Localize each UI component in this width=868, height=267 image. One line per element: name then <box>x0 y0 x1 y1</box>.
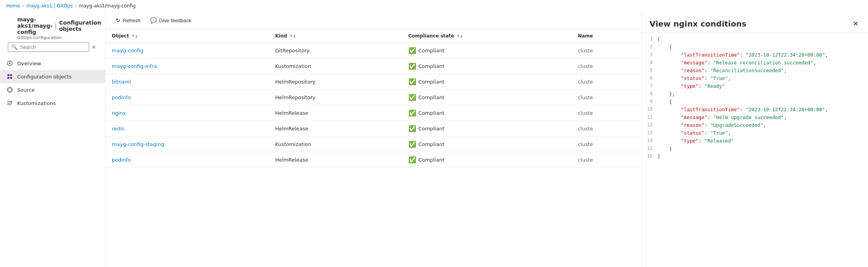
compliant-icon: ✅ <box>408 109 416 117</box>
compliant-icon: ✅ <box>408 47 416 54</box>
sidebar-item-source[interactable]: Source <box>0 83 105 96</box>
code-line: 9 { <box>642 99 868 107</box>
code-line: 10 "lastTransitionTime": "2023-10-12T22:… <box>642 107 868 114</box>
cell-name: cluste <box>571 59 641 74</box>
line-content: } <box>657 146 868 153</box>
col-object[interactable]: Object ↑↓ <box>106 29 269 43</box>
table-row: mayg-config-infra Kustomization ✅ Compli… <box>106 59 641 74</box>
object-link[interactable]: podinfo <box>112 94 131 100</box>
code-line: 4 "message": "Release reconciliation suc… <box>642 60 868 68</box>
compliant-icon: ✅ <box>408 141 416 148</box>
compliance-label: Compliant <box>419 79 444 85</box>
cell-object: podinfo <box>106 90 269 105</box>
breadcrumb: Home › mayg-aks1 | GitOps › mayg-aks1/ma… <box>0 0 868 12</box>
col-name[interactable]: Name <box>571 29 641 43</box>
object-link[interactable]: podinfo <box>112 157 131 163</box>
line-content: "type": "Released" <box>657 138 868 146</box>
search-icon: 🔍 <box>11 44 18 50</box>
config-icon <box>6 73 13 80</box>
cell-kind: Kustomization <box>269 59 402 74</box>
cell-name: cluste <box>571 121 641 137</box>
refresh-button[interactable]: ↻ Refresh <box>112 15 145 26</box>
search-box[interactable]: 🔍 <box>8 42 89 52</box>
line-content: "status": "True", <box>657 130 868 138</box>
search-input[interactable] <box>20 44 86 50</box>
cell-name: cluste <box>571 137 641 152</box>
sidebar-item-config-objects[interactable]: Configuration objects <box>0 70 105 83</box>
code-line: 12 "reason": "UpgradeSucceeded", <box>642 122 868 130</box>
code-line: 14 "type": "Released" <box>642 138 868 146</box>
cell-object: bitnami <box>106 74 269 90</box>
overview-icon <box>6 60 13 67</box>
feedback-button[interactable]: 💬 Give feedback <box>146 15 195 26</box>
line-number: 10 <box>642 107 657 114</box>
sidebar-item-kustomizations[interactable]: Kustomizations <box>0 96 105 110</box>
breadcrumb-current: mayg-aks1/mayg-config <box>79 3 136 9</box>
code-line: 7 "type": "Ready" <box>642 83 868 91</box>
line-number: 13 <box>642 130 657 138</box>
line-number: 8 <box>642 91 657 99</box>
col-compliance[interactable]: Compliance state ↑↓ <box>402 29 572 43</box>
line-number: 15 <box>642 146 657 153</box>
compliance-label: Compliant <box>419 63 444 69</box>
compliant-icon: ✅ <box>408 125 416 132</box>
cell-name: cluste <box>571 43 641 59</box>
code-area[interactable]: 1[2 {3 "lastTransitionTime": "2023-10-12… <box>642 33 868 267</box>
object-link[interactable]: mayg-config-infra <box>112 63 157 69</box>
line-content: [ <box>657 36 868 44</box>
breadcrumb-home[interactable]: Home <box>6 3 20 9</box>
line-number: 1 <box>642 36 657 44</box>
cell-object: mayg-config-infra <box>106 59 269 74</box>
cell-kind: HelmRepository <box>269 74 402 90</box>
side-panel: View nginx conditions ✕ 1[2 {3 "lastTran… <box>641 12 868 267</box>
object-link[interactable]: bitnami <box>112 79 131 85</box>
table-row: mayg-config-staging Kustomization ✅ Comp… <box>106 137 641 152</box>
cell-object: mayg-config <box>106 43 269 59</box>
app-icon <box>6 24 13 32</box>
line-number: 11 <box>642 114 657 122</box>
close-panel-button[interactable]: ✕ <box>851 18 860 30</box>
line-number: 3 <box>642 52 657 60</box>
table-row: redis HelmRelease ✅ Compliant cluste <box>106 121 641 137</box>
sidebar-item-overview-label: Overview <box>17 61 41 66</box>
line-number: 16 <box>642 153 657 161</box>
code-line: 1[ <box>642 36 868 44</box>
code-line: 13 "status": "True", <box>642 130 868 138</box>
table-area: Object ↑↓ Kind ↑↓ Compliance state ↑↓ Na… <box>106 29 641 267</box>
code-line: 15 } <box>642 146 868 153</box>
object-link[interactable]: nginx <box>112 110 126 116</box>
line-content: }, <box>657 91 868 99</box>
toolbar: ↻ Refresh 💬 Give feedback <box>106 12 641 29</box>
compliant-icon: ✅ <box>408 94 416 101</box>
cell-name: cluste <box>571 105 641 121</box>
collapse-button[interactable]: « <box>91 42 97 52</box>
line-content: "reason": "UpgradeSucceeded", <box>657 122 868 130</box>
cell-object: podinfo <box>106 152 269 168</box>
config-table: Object ↑↓ Kind ↑↓ Compliance state ↑↓ Na… <box>106 29 641 168</box>
compliance-label: Compliant <box>419 94 444 100</box>
table-row: mayg-config GitRepository ✅ Compliant cl… <box>106 43 641 59</box>
svg-rect-10 <box>11 102 12 103</box>
cell-compliance: ✅ Compliant <box>402 43 572 59</box>
nav-list: Overview Configuration objects <box>0 57 105 110</box>
object-link[interactable]: mayg-config <box>112 48 143 53</box>
line-number: 7 <box>642 83 657 91</box>
col-kind[interactable]: Kind ↑↓ <box>269 29 402 43</box>
sidebar-item-source-label: Source <box>17 87 35 93</box>
source-icon <box>6 86 13 93</box>
cell-kind: HelmRepository <box>269 90 402 105</box>
line-content: { <box>657 44 868 52</box>
feedback-icon: 💬 <box>150 17 157 23</box>
cell-compliance: ✅ Compliant <box>402 59 572 74</box>
breadcrumb-gitops[interactable]: mayg-aks1 | GitOps <box>26 3 73 9</box>
sidebar-item-overview[interactable]: Overview <box>0 57 105 70</box>
code-line: 8 }, <box>642 91 868 99</box>
svg-rect-6 <box>7 77 9 79</box>
side-panel-title: View nginx conditions <box>650 19 746 28</box>
object-link[interactable]: redis <box>112 126 124 132</box>
line-number: 2 <box>642 44 657 52</box>
cell-compliance: ✅ Compliant <box>402 90 572 105</box>
cell-object: redis <box>106 121 269 137</box>
object-link[interactable]: mayg-config-staging <box>112 141 164 147</box>
svg-rect-4 <box>7 74 9 76</box>
